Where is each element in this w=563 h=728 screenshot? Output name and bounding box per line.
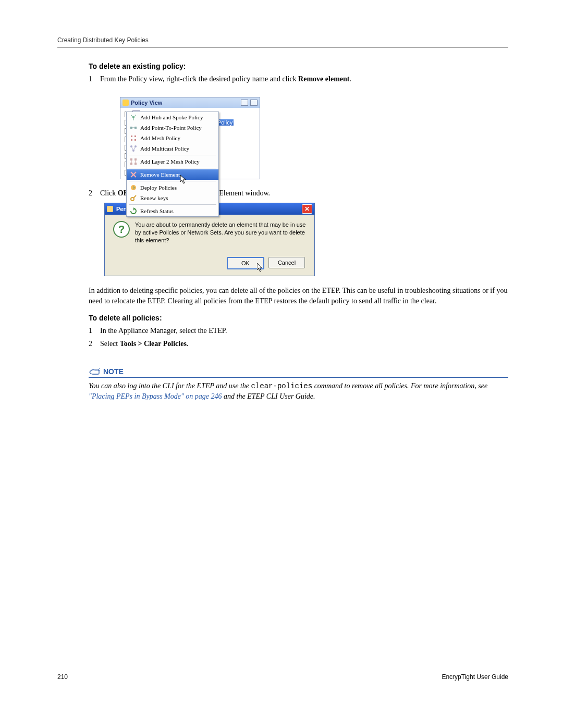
minimize-icon[interactable] bbox=[241, 100, 248, 106]
mesh-icon bbox=[130, 134, 137, 142]
svg-line-30 bbox=[98, 368, 100, 370]
menu-add-hub-spoke[interactable]: Add Hub and Spoke Policy bbox=[127, 112, 218, 122]
policy-view-title: Policy View bbox=[131, 100, 162, 106]
menu-label: Add Hub and Spoke Policy bbox=[140, 114, 203, 120]
cursor-icon bbox=[257, 263, 264, 273]
cursor-icon bbox=[180, 175, 188, 184]
menu-label: Add Layer 2 Mesh Policy bbox=[140, 158, 200, 165]
menu-add-mesh[interactable]: Add Mesh Policy bbox=[127, 133, 218, 143]
note-hand-icon bbox=[89, 367, 100, 376]
svg-rect-8 bbox=[134, 135, 136, 137]
menu-separator bbox=[129, 181, 216, 181]
step-text-bold: Remove element bbox=[298, 75, 349, 83]
svg-marker-28 bbox=[180, 175, 186, 183]
menu-label: Deploy Policies bbox=[140, 184, 177, 191]
svg-rect-5 bbox=[134, 127, 137, 129]
close-button[interactable]: ✕ bbox=[302, 204, 312, 214]
menu-refresh-status[interactable]: Refresh Status bbox=[127, 206, 218, 216]
ptp-icon bbox=[130, 124, 137, 131]
policy-view-icon bbox=[123, 100, 129, 106]
svg-marker-27 bbox=[133, 207, 135, 211]
step-text-pre: From the Policy view, right-click the de… bbox=[100, 75, 298, 83]
step-number: 1 bbox=[89, 73, 100, 84]
menu-label: Add Mesh Policy bbox=[140, 135, 180, 141]
note-text-pre: You can also log into the CLI for the ET… bbox=[89, 382, 251, 390]
menu-label: Renew keys bbox=[140, 195, 168, 201]
menu-label: Refresh Status bbox=[140, 208, 174, 214]
svg-rect-4 bbox=[130, 127, 132, 129]
note-code: clear-policies bbox=[251, 382, 313, 390]
refresh-icon bbox=[130, 207, 137, 215]
menu-add-multicast[interactable]: Add Multicast Policy bbox=[127, 143, 218, 154]
note-text-mid: command to remove all policies. For more… bbox=[312, 382, 487, 390]
menu-separator bbox=[129, 168, 216, 168]
multicast-icon bbox=[130, 145, 137, 152]
svg-rect-16 bbox=[130, 158, 132, 161]
hub-spoke-icon bbox=[130, 114, 137, 121]
menu-label: Add Point-To-Point Policy bbox=[140, 125, 202, 131]
step-text-post: . bbox=[187, 340, 189, 348]
policy-view-titlebar: Policy View bbox=[120, 97, 260, 108]
context-menu: Add Hub and Spoke Policy Add Point-To-Po… bbox=[126, 112, 219, 217]
delete-icon bbox=[130, 171, 137, 178]
menu-label: Remove Element bbox=[140, 171, 180, 178]
l2mesh-icon bbox=[130, 158, 137, 165]
menu-add-ptp[interactable]: Add Point-To-Point Policy bbox=[127, 122, 218, 133]
svg-line-14 bbox=[131, 146, 133, 151]
step-1-delete-all: 1 In the Appliance Manager, select the E… bbox=[89, 325, 508, 336]
note-link[interactable]: "Placing PEPs in Bypass Mode" on page 24… bbox=[89, 392, 222, 400]
svg-rect-19 bbox=[134, 163, 137, 165]
maximize-icon[interactable] bbox=[250, 100, 258, 106]
svg-line-26 bbox=[133, 195, 136, 198]
step-text-bold: Tools > Clear Policies bbox=[120, 340, 187, 348]
dialog-message: You are about to permanently delete an e… bbox=[135, 221, 308, 244]
menu-separator bbox=[129, 155, 216, 155]
running-header: Creating Distributed Key Policies bbox=[57, 36, 508, 47]
svg-line-1 bbox=[131, 115, 133, 117]
step-text: Select Tools > Clear Policies. bbox=[100, 338, 508, 349]
step-text: In the Appliance Manager, select the ETE… bbox=[100, 325, 508, 336]
paragraph-clear-policies: In addition to deleting specific policie… bbox=[89, 286, 508, 307]
step-number: 1 bbox=[89, 325, 100, 336]
svg-rect-17 bbox=[134, 158, 137, 161]
step-2-delete-all: 2 Select Tools > Clear Policies. bbox=[89, 338, 508, 349]
step-text-pre: Click bbox=[100, 189, 118, 197]
menu-remove-element[interactable]: Remove Element bbox=[127, 169, 218, 180]
menu-deploy-policies[interactable]: Deploy Policies bbox=[127, 182, 218, 193]
svg-line-15 bbox=[133, 146, 136, 151]
note-text-post: and the ETEP CLI User Guide. bbox=[222, 392, 315, 400]
section-delete-existing-title: To delete an existing policy: bbox=[89, 62, 508, 70]
lock-icon bbox=[107, 206, 113, 212]
step-1-delete-existing: 1 From the Policy view, right-click the … bbox=[89, 73, 508, 84]
deploy-icon bbox=[130, 184, 137, 191]
svg-marker-29 bbox=[257, 263, 262, 272]
section-delete-all-title: To delete all policies: bbox=[89, 314, 508, 322]
question-icon: ? bbox=[113, 221, 130, 238]
step-text: From the Policy view, right-click the de… bbox=[100, 73, 508, 84]
cancel-button[interactable]: Cancel bbox=[268, 257, 305, 268]
step-number: 2 bbox=[89, 338, 100, 349]
svg-rect-9 bbox=[131, 139, 132, 141]
note-body: You can also log into the CLI for the ET… bbox=[89, 381, 508, 402]
step-number: 2 bbox=[89, 188, 100, 199]
menu-add-l2mesh[interactable]: Add Layer 2 Mesh Policy bbox=[127, 156, 218, 167]
svg-line-2 bbox=[133, 115, 136, 117]
step-text-post: . bbox=[349, 75, 351, 83]
note-label: NOTE bbox=[103, 367, 124, 376]
doc-title-footer: EncrypTight User Guide bbox=[442, 673, 508, 681]
menu-renew-keys[interactable]: Renew keys bbox=[127, 193, 218, 203]
svg-rect-18 bbox=[130, 163, 132, 165]
svg-rect-10 bbox=[134, 139, 136, 141]
note-heading: NOTE bbox=[89, 367, 508, 378]
renew-icon bbox=[130, 194, 137, 202]
menu-separator bbox=[129, 204, 216, 205]
page-number: 210 bbox=[57, 673, 68, 681]
menu-label: Add Multicast Policy bbox=[140, 145, 189, 152]
step-text-pre: Select bbox=[100, 340, 120, 348]
svg-rect-7 bbox=[131, 135, 132, 137]
